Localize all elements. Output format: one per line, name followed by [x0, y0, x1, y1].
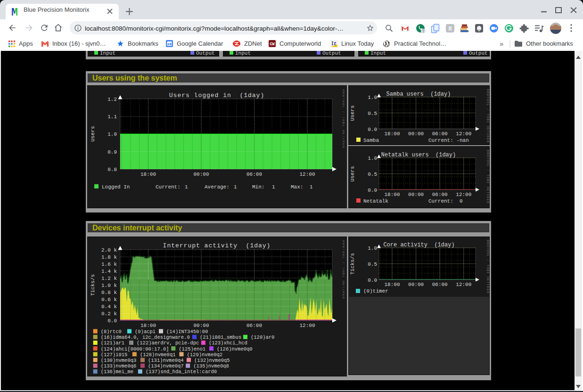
svg-text:Current: -nan: Current: -nan: [428, 138, 469, 143]
svg-text:(125)eno1: (125)eno1: [179, 346, 205, 352]
svg-text:06:00: 06:00: [432, 192, 448, 197]
svg-text:Max:: Max:: [291, 184, 303, 190]
svg-text:Logged In: Logged In: [102, 184, 130, 190]
svg-text:1.6 k: 1.6 k: [101, 261, 117, 267]
svg-text:18:00: 18:00: [384, 282, 400, 287]
svg-text:(133)nvme0q6: (133)nvme0q6: [101, 363, 137, 369]
svg-text:1: 1: [310, 184, 313, 190]
svg-text:(129)nvme0q2: (129)nvme0q2: [187, 352, 223, 358]
svg-text:lt: lt: [331, 41, 337, 47]
svg-text:0.8: 0.8: [107, 167, 117, 172]
svg-text:(21)i801_smbus: (21)i801_smbus: [200, 335, 241, 340]
svg-text:18:00: 18:00: [140, 172, 156, 177]
svg-text:1.8 k: 1.8 k: [101, 254, 117, 260]
svg-text:(128)nvme0q1: (128)nvme0q1: [140, 352, 176, 358]
svg-text:Interrupt activity (1day): Interrupt activity (1day): [163, 242, 271, 249]
svg-text:Current:: Current:: [156, 184, 181, 190]
svg-text:Users: Users: [350, 105, 355, 121]
svg-text:(9)acpi: (9)acpi: [135, 329, 156, 335]
svg-text:(126)nvme0q0: (126)nvme0q0: [217, 346, 253, 352]
svg-text:(122)aerdrv, pcie-dpc: (122)aerdrv, pcie-dpc: [137, 340, 199, 346]
svg-text:12:00: 12:00: [456, 192, 471, 197]
svg-text:Users: Users: [90, 126, 96, 141]
svg-text:1.2: 1.2: [107, 97, 117, 102]
svg-text:(130)nvme0q3: (130)nvme0q3: [101, 358, 137, 363]
svg-text:(123)xhci_hcd: (123)xhci_hcd: [209, 340, 247, 346]
svg-text:1: 1: [272, 184, 275, 190]
svg-text:12:00: 12:00: [299, 172, 315, 177]
svg-text:Current: 0: Current: 0: [428, 198, 463, 204]
svg-text:00:00: 00:00: [408, 131, 424, 137]
svg-text:Input: Input: [370, 50, 386, 56]
svg-text:1.0: 1.0: [368, 95, 377, 100]
svg-text:CW: CW: [270, 42, 275, 47]
svg-text:(127)i915: (127)i915: [101, 352, 128, 358]
svg-text:Output: Output: [196, 50, 215, 56]
svg-text:1.0: 1.0: [368, 155, 377, 161]
svg-text:0.0: 0.0: [368, 278, 377, 283]
svg-text:00:00: 00:00: [193, 172, 209, 177]
svg-text:00:00: 00:00: [408, 192, 424, 197]
svg-text:M: M: [11, 7, 18, 16]
svg-text:(135)nvme0q8: (135)nvme0q8: [193, 363, 229, 369]
svg-text:06:00: 06:00: [246, 172, 262, 177]
svg-text:Input: Input: [100, 50, 115, 56]
svg-text:(124)ahci[0000:00:17.0]: (124)ahci[0000:00:17.0]: [101, 346, 169, 352]
svg-text:28: 28: [167, 42, 172, 46]
svg-text:Output: Output: [469, 50, 488, 56]
svg-text:0.0: 0.0: [107, 318, 117, 324]
svg-text:0.5: 0.5: [368, 172, 377, 177]
svg-text:2.0 k: 2.0 k: [101, 247, 117, 253]
svg-text:0.9: 0.9: [107, 149, 117, 155]
svg-text:(137)snd_hda_intel:card0: (137)snd_hda_intel:card0: [146, 369, 217, 375]
svg-text:(8)rtc0: (8)rtc0: [101, 329, 122, 335]
svg-text:1.2 k: 1.2 k: [101, 276, 117, 281]
svg-text:Netatalk: Netatalk: [363, 198, 388, 204]
svg-text:0.5: 0.5: [368, 111, 377, 116]
svg-text:(132)nvme0q5: (132)nvme0q5: [194, 358, 230, 363]
svg-text:(0)timer: (0)timer: [363, 288, 388, 294]
svg-text:06:00: 06:00: [246, 323, 262, 328]
svg-text:Users: Users: [350, 166, 355, 181]
svg-text:(120)ar0: (120)ar0: [251, 335, 274, 340]
svg-text:RRDTOOL / TOBI OETIKER: RRDTOOL / TOBI OETIKER: [486, 150, 489, 204]
svg-text:0.5: 0.5: [368, 261, 377, 267]
svg-text:1: 1: [234, 184, 237, 190]
svg-text:18:00: 18:00: [384, 192, 400, 197]
svg-text:12:00: 12:00: [456, 131, 471, 137]
svg-text:(134)nvme0q7: (134)nvme0q7: [148, 363, 184, 369]
svg-text:(121)ar1: (121)ar1: [101, 340, 124, 346]
svg-text:1: 1: [185, 184, 188, 190]
svg-text:1.1: 1.1: [107, 114, 117, 120]
svg-text:0.4 k: 0.4 k: [101, 304, 117, 310]
svg-text:(14)INT3450:00: (14)INT3450:00: [166, 329, 208, 335]
svg-text:06:00: 06:00: [432, 131, 448, 137]
svg-text:00:00: 00:00: [193, 323, 209, 328]
svg-text:1.0 k: 1.0 k: [101, 283, 117, 288]
svg-text:18:00: 18:00: [384, 131, 400, 137]
svg-text:0.8 k: 0.8 k: [101, 290, 117, 295]
svg-text:R: R: [448, 26, 452, 33]
svg-text:Average:: Average:: [205, 184, 230, 190]
svg-text:0.2 k: 0.2 k: [101, 311, 117, 317]
svg-text:RRDTOOL / TOBI OETIKER: RRDTOOL / TOBI OETIKER: [486, 89, 489, 143]
svg-text:(16)idma64.0, i2c_designware.0: (16)idma64.0, i2c_designware.0: [101, 335, 190, 340]
svg-text:Netatalk users (1day): Netatalk users (1day): [381, 152, 456, 158]
svg-text:RRDTOOL / TOBI OETIKER: RRDTOOL / TOBI OETIKER: [342, 90, 345, 148]
svg-text:1.4 k: 1.4 k: [101, 269, 117, 274]
svg-text:12:00: 12:00: [299, 323, 315, 328]
svg-text:1.0: 1.0: [368, 245, 377, 251]
svg-text:Ticks/s: Ticks/s: [350, 253, 355, 275]
svg-text:Input: Input: [235, 50, 251, 56]
svg-text:(136)mei_me: (136)mei_me: [101, 369, 133, 375]
svg-text:?: ?: [422, 29, 424, 34]
svg-text:0.0: 0.0: [368, 188, 377, 193]
svg-text:(131)nvme0q4: (131)nvme0q4: [148, 358, 184, 363]
svg-text:RRDTOOL / TOBI OETIKER: RRDTOOL / TOBI OETIKER: [486, 240, 489, 294]
svg-text:Samba users (1day): Samba users (1day): [386, 91, 451, 98]
svg-text:0.6 k: 0.6 k: [101, 297, 117, 302]
svg-text:06:00: 06:00: [432, 282, 448, 287]
svg-text:00:00: 00:00: [408, 282, 424, 287]
svg-text:1.0: 1.0: [107, 131, 117, 137]
svg-text:0.0: 0.0: [368, 127, 377, 132]
